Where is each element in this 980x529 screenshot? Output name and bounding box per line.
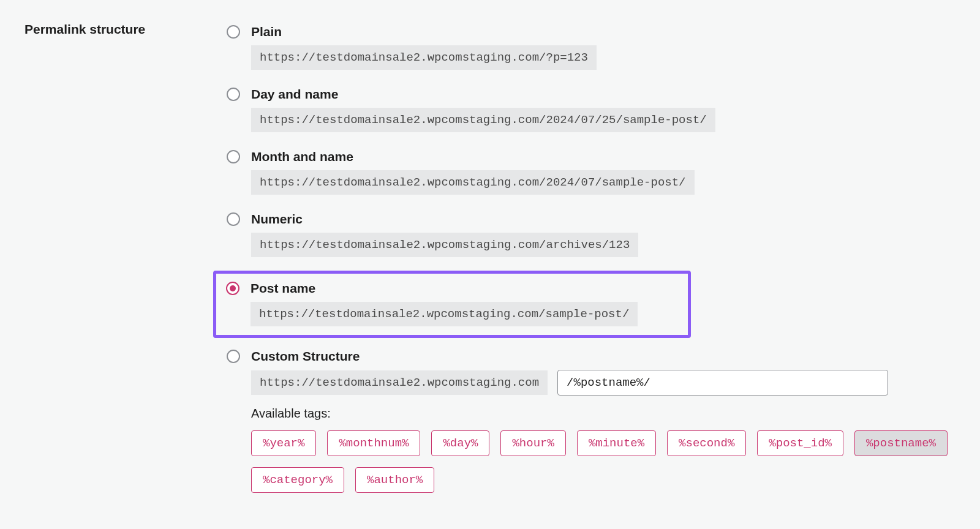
tag-author[interactable]: %author% [355, 467, 434, 493]
custom-structure-input[interactable] [557, 370, 888, 396]
tag-monthnum[interactable]: %monthnum% [327, 430, 420, 456]
permalink-options: Plain https://testdomainsale2.wpcomstagi… [227, 18, 956, 504]
radio-numeric[interactable] [227, 212, 240, 226]
section-label: Permalink structure [24, 18, 227, 37]
radio-day-and-name[interactable] [227, 88, 240, 101]
option-month-and-name: Month and name https://testdomainsale2.w… [227, 143, 956, 206]
option-label-month-and-name: Month and name [251, 149, 353, 164]
custom-url-prefix: https://testdomainsale2.wpcomstaging.com [251, 370, 548, 395]
example-numeric: https://testdomainsale2.wpcomstaging.com… [251, 233, 638, 257]
tag-postname[interactable]: %postname% [854, 430, 948, 456]
option-plain: Plain https://testdomainsale2.wpcomstagi… [227, 18, 956, 81]
radio-post-name[interactable] [226, 282, 239, 295]
option-custom-structure: Custom Structure https://testdomainsale2… [227, 344, 956, 504]
tag-post_id[interactable]: %post_id% [757, 430, 843, 456]
radio-month-and-name[interactable] [227, 150, 240, 163]
example-plain: https://testdomainsale2.wpcomstaging.com… [251, 45, 597, 70]
example-month-and-name: https://testdomainsale2.wpcomstaging.com… [251, 170, 695, 195]
option-post-name: Post name https://testdomainsale2.wpcoms… [226, 281, 678, 326]
radio-custom-structure[interactable] [227, 350, 240, 363]
tag-category[interactable]: %category% [251, 467, 344, 493]
option-label-post-name: Post name [251, 281, 315, 296]
option-day-and-name: Day and name https://testdomainsale2.wpc… [227, 81, 956, 143]
option-label-day-and-name: Day and name [251, 87, 338, 102]
tag-minute[interactable]: %minute% [577, 430, 656, 456]
radio-plain[interactable] [227, 25, 240, 39]
example-day-and-name: https://testdomainsale2.wpcomstaging.com… [251, 108, 715, 132]
option-label-custom-structure: Custom Structure [251, 349, 360, 364]
tag-hour[interactable]: %hour% [500, 430, 565, 456]
permalink-settings-section: Permalink structure Plain https://testdo… [24, 18, 956, 504]
tag-second[interactable]: %second% [667, 430, 746, 456]
example-post-name: https://testdomainsale2.wpcomstaging.com… [251, 302, 638, 326]
available-tags: %year%%monthnum%%day%%hour%%minute%%seco… [251, 430, 956, 493]
available-tags-label: Available tags: [251, 407, 956, 421]
tag-year[interactable]: %year% [251, 430, 316, 456]
highlight-post-name: Post name https://testdomainsale2.wpcoms… [213, 271, 691, 338]
option-label-plain: Plain [251, 24, 282, 39]
option-numeric: Numeric https://testdomainsale2.wpcomsta… [227, 206, 956, 268]
option-label-numeric: Numeric [251, 212, 303, 227]
tag-day[interactable]: %day% [431, 430, 489, 456]
